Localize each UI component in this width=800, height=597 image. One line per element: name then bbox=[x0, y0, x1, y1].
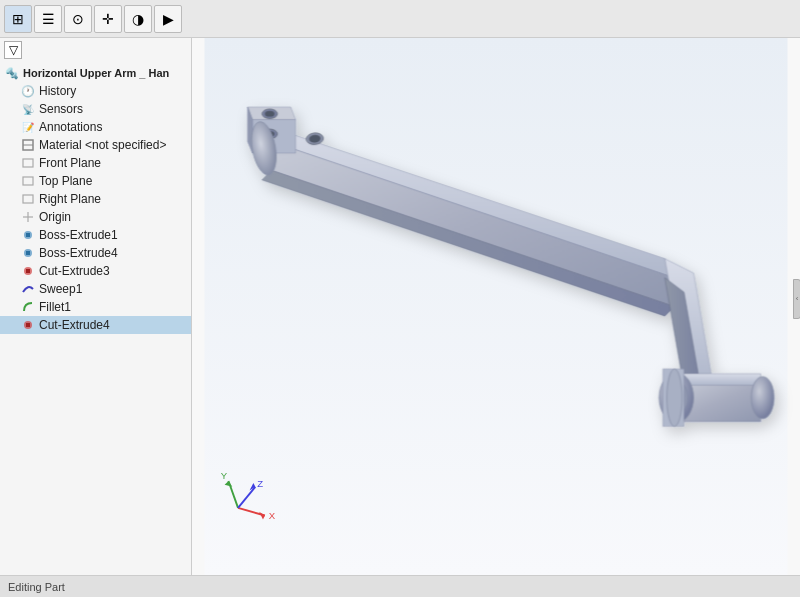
tree-item-history[interactable]: 🕐 History bbox=[0, 82, 191, 100]
fillet1-icon bbox=[20, 299, 36, 315]
annotations-icon: 📝 bbox=[20, 119, 36, 135]
history-icon: 🕐 bbox=[20, 83, 36, 99]
origin-icon bbox=[20, 209, 36, 225]
tree-item-boss-extrude1[interactable]: Boss-Extrude1 bbox=[0, 226, 191, 244]
tree-item-cut-extrude4-label: Cut-Extrude4 bbox=[39, 318, 110, 332]
tree-item-cut-extrude3[interactable]: Cut-Extrude3 bbox=[0, 262, 191, 280]
tree-item-top-plane[interactable]: Top Plane bbox=[0, 172, 191, 190]
material-icon bbox=[20, 137, 36, 153]
svg-rect-4 bbox=[23, 195, 33, 203]
front-plane-icon bbox=[20, 155, 36, 171]
tree-item-material[interactable]: Material <not specified> bbox=[0, 136, 191, 154]
sweep1-icon bbox=[20, 281, 36, 297]
more-icon[interactable]: ▶ bbox=[154, 5, 182, 33]
configuration-icon[interactable]: ⊙ bbox=[64, 5, 92, 33]
tree-item-sweep1[interactable]: Sweep1 bbox=[0, 280, 191, 298]
tree-root-item[interactable]: 🔩 Horizontal Upper Arm _ Han bbox=[0, 64, 191, 82]
tree-item-origin-label: Origin bbox=[39, 210, 71, 224]
tree-item-boss-extrude4[interactable]: Boss-Extrude4 bbox=[0, 244, 191, 262]
model-svg: X Y Z bbox=[192, 38, 800, 575]
svg-rect-3 bbox=[23, 177, 33, 185]
tree-item-front-plane-label: Front Plane bbox=[39, 156, 101, 170]
status-text: Editing Part bbox=[8, 581, 65, 593]
tree-item-top-plane-label: Top Plane bbox=[39, 174, 92, 188]
sensors-icon: 📡 bbox=[20, 101, 36, 117]
main-area: ▽ 🔩 Horizontal Upper Arm _ Han 🕐 History… bbox=[0, 38, 800, 575]
feature-tree: 🔩 Horizontal Upper Arm _ Han 🕐 History 📡… bbox=[0, 62, 191, 575]
svg-rect-12 bbox=[26, 269, 30, 273]
property-manager-icon[interactable]: ☰ bbox=[34, 5, 62, 33]
dimxpert-icon[interactable]: ✛ bbox=[94, 5, 122, 33]
tree-item-front-plane[interactable]: Front Plane bbox=[0, 154, 191, 172]
svg-point-32 bbox=[751, 377, 774, 419]
tree-item-material-label: Material <not specified> bbox=[39, 138, 166, 152]
tree-item-sweep1-label: Sweep1 bbox=[39, 282, 82, 296]
tree-item-boss-extrude4-label: Boss-Extrude4 bbox=[39, 246, 118, 260]
feature-manager-icon[interactable]: ⊞ bbox=[4, 5, 32, 33]
part-name-label: Horizontal Upper Arm _ Han bbox=[23, 67, 169, 79]
cut-extrude4-icon bbox=[20, 317, 36, 333]
viewport[interactable]: X Y Z bbox=[192, 38, 800, 575]
tree-item-fillet1-label: Fillet1 bbox=[39, 300, 71, 314]
filter-icon[interactable]: ▽ bbox=[4, 41, 22, 59]
tree-item-sensors-label: Sensors bbox=[39, 102, 83, 116]
svg-point-36 bbox=[667, 369, 682, 427]
tree-item-boss-extrude1-label: Boss-Extrude1 bbox=[39, 228, 118, 242]
tree-item-sensors[interactable]: 📡 Sensors bbox=[0, 100, 191, 118]
tree-item-origin[interactable]: Origin bbox=[0, 208, 191, 226]
tree-item-cut-extrude4[interactable]: Cut-Extrude4 bbox=[0, 316, 191, 334]
svg-rect-2 bbox=[23, 159, 33, 167]
top-plane-icon bbox=[20, 173, 36, 189]
svg-rect-10 bbox=[26, 251, 30, 255]
left-panel: ▽ 🔩 Horizontal Upper Arm _ Han 🕐 History… bbox=[0, 38, 192, 575]
tree-item-annotations[interactable]: 📝 Annotations bbox=[0, 118, 191, 136]
svg-text:Y: Y bbox=[221, 470, 228, 481]
boss-extrude4-icon bbox=[20, 245, 36, 261]
svg-text:X: X bbox=[269, 510, 276, 521]
main-toolbar: ⊞ ☰ ⊙ ✛ ◑ ▶ bbox=[0, 0, 800, 38]
status-bar: Editing Part bbox=[0, 575, 800, 597]
boss-extrude1-icon bbox=[20, 227, 36, 243]
tree-item-history-label: History bbox=[39, 84, 76, 98]
display-icon[interactable]: ◑ bbox=[124, 5, 152, 33]
tree-item-right-plane-label: Right Plane bbox=[39, 192, 101, 206]
tree-item-right-plane[interactable]: Right Plane bbox=[0, 190, 191, 208]
svg-rect-14 bbox=[26, 323, 30, 327]
tree-item-annotations-label: Annotations bbox=[39, 120, 102, 134]
svg-rect-8 bbox=[26, 233, 30, 237]
svg-text:Z: Z bbox=[257, 478, 263, 489]
right-plane-icon bbox=[20, 191, 36, 207]
part-icon: 🔩 bbox=[4, 65, 20, 81]
svg-point-23 bbox=[265, 111, 275, 117]
cut-extrude3-icon bbox=[20, 263, 36, 279]
tree-item-cut-extrude3-label: Cut-Extrude3 bbox=[39, 264, 110, 278]
tree-item-fillet1[interactable]: Fillet1 bbox=[0, 298, 191, 316]
